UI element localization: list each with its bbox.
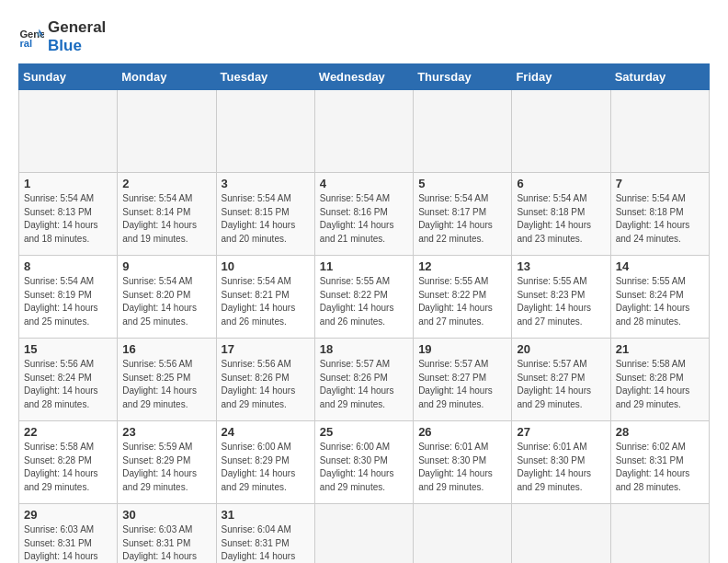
daylight-label: Daylight: 14 hours and 27 minutes.: [418, 303, 493, 327]
daylight-label: Daylight: 14 hours and 25 minutes.: [122, 303, 197, 327]
calendar-cell: [610, 504, 709, 563]
calendar-cell: 5 Sunrise: 5:54 AM Sunset: 8:17 PM Dayli…: [414, 173, 512, 256]
calendar-cell: [314, 504, 413, 563]
day-number: 2: [122, 177, 210, 190]
calendar-cell: 6 Sunrise: 5:54 AM Sunset: 8:18 PM Dayli…: [512, 173, 610, 256]
calendar-cell: 7 Sunrise: 5:54 AM Sunset: 8:18 PM Dayli…: [610, 173, 709, 256]
daylight-label: Daylight: 14 hours and 29 minutes.: [517, 468, 591, 492]
calendar-cell: 30 Sunrise: 6:03 AM Sunset: 8:31 PM Dayl…: [118, 504, 216, 563]
calendar-cell: 29 Sunrise: 6:03 AM Sunset: 8:31 PM Dayl…: [19, 504, 118, 563]
day-info: Sunrise: 5:56 AM Sunset: 8:25 PM Dayligh…: [122, 358, 210, 411]
sunset-label: Sunset: 8:28 PM: [24, 455, 92, 465]
daylight-label: Daylight: 14 hours and 26 minutes.: [222, 303, 296, 327]
sunrise-label: Sunrise: 5:55 AM: [320, 276, 390, 286]
logo-line1: General: [48, 18, 106, 37]
calendar-week-4: 22 Sunrise: 5:58 AM Sunset: 8:28 PM Dayl…: [19, 421, 710, 504]
sunrise-label: Sunrise: 6:00 AM: [222, 442, 291, 452]
day-number: 12: [418, 259, 506, 273]
calendar-cell: 1 Sunrise: 5:54 AM Sunset: 8:13 PM Dayli…: [19, 173, 118, 256]
day-info: Sunrise: 5:54 AM Sunset: 8:18 PM Dayligh…: [616, 192, 704, 246]
daylight-label: Daylight: 14 hours and 27 minutes.: [222, 551, 296, 563]
day-number: 9: [122, 259, 210, 273]
sunset-label: Sunset: 8:20 PM: [122, 290, 190, 300]
sunset-label: Sunset: 8:31 PM: [122, 538, 190, 548]
calendar-cell: [610, 90, 709, 173]
day-number: 28: [616, 425, 704, 439]
calendar-week-2: 8 Sunrise: 5:54 AM Sunset: 8:19 PM Dayli…: [19, 256, 710, 339]
day-info: Sunrise: 6:03 AM Sunset: 8:31 PM Dayligh…: [122, 523, 210, 563]
calendar-week-1: 1 Sunrise: 5:54 AM Sunset: 8:13 PM Dayli…: [19, 173, 710, 256]
sunrise-label: Sunrise: 6:03 AM: [24, 524, 94, 534]
day-number: 20: [517, 342, 605, 356]
day-info: Sunrise: 6:01 AM Sunset: 8:30 PM Dayligh…: [418, 441, 506, 494]
header-friday: Friday: [512, 64, 610, 90]
day-number: 31: [222, 508, 310, 522]
calendar-cell: [414, 504, 512, 563]
day-number: 27: [517, 425, 605, 439]
sunset-label: Sunset: 8:14 PM: [122, 207, 190, 217]
sunrise-label: Sunrise: 5:56 AM: [122, 359, 192, 369]
day-info: Sunrise: 5:56 AM Sunset: 8:26 PM Dayligh…: [222, 358, 310, 411]
day-info: Sunrise: 6:03 AM Sunset: 8:31 PM Dayligh…: [24, 523, 112, 563]
calendar-cell: [19, 90, 118, 173]
calendar-week-0: [19, 90, 710, 173]
day-number: 22: [24, 425, 112, 439]
sunrise-label: Sunrise: 5:56 AM: [24, 359, 94, 369]
sunset-label: Sunset: 8:31 PM: [24, 538, 92, 548]
day-number: 16: [122, 342, 210, 356]
day-info: Sunrise: 5:54 AM Sunset: 8:17 PM Dayligh…: [418, 192, 506, 246]
daylight-label: Daylight: 14 hours and 18 minutes.: [24, 220, 98, 244]
svg-text:ral: ral: [19, 38, 32, 49]
sunset-label: Sunset: 8:15 PM: [222, 207, 290, 217]
daylight-label: Daylight: 14 hours and 27 minutes.: [122, 551, 197, 563]
sunset-label: Sunset: 8:18 PM: [517, 207, 585, 217]
daylight-label: Daylight: 14 hours and 21 minutes.: [320, 220, 394, 244]
day-info: Sunrise: 5:57 AM Sunset: 8:27 PM Dayligh…: [418, 358, 506, 411]
daylight-label: Daylight: 14 hours and 29 minutes.: [122, 385, 197, 409]
daylight-label: Daylight: 14 hours and 28 minutes.: [24, 385, 98, 409]
sunrise-label: Sunrise: 5:56 AM: [222, 359, 291, 369]
day-info: Sunrise: 5:54 AM Sunset: 8:21 PM Dayligh…: [222, 275, 310, 328]
sunset-label: Sunset: 8:24 PM: [616, 290, 684, 300]
sunset-label: Sunset: 8:16 PM: [320, 207, 388, 217]
day-number: 25: [320, 425, 408, 439]
day-number: 24: [222, 425, 310, 439]
logo-icon: Gene ral: [18, 24, 44, 50]
sunset-label: Sunset: 8:13 PM: [24, 207, 92, 217]
calendar-week-5: 29 Sunrise: 6:03 AM Sunset: 8:31 PM Dayl…: [19, 504, 710, 563]
sunset-label: Sunset: 8:28 PM: [616, 373, 684, 383]
day-number: 6: [517, 177, 605, 190]
sunset-label: Sunset: 8:26 PM: [320, 373, 388, 383]
day-info: Sunrise: 6:04 AM Sunset: 8:31 PM Dayligh…: [222, 523, 310, 563]
daylight-label: Daylight: 14 hours and 20 minutes.: [222, 220, 296, 244]
sunrise-label: Sunrise: 5:54 AM: [320, 193, 390, 203]
day-info: Sunrise: 5:58 AM Sunset: 8:28 PM Dayligh…: [24, 441, 112, 494]
sunset-label: Sunset: 8:18 PM: [616, 207, 684, 217]
sunrise-label: Sunrise: 6:00 AM: [320, 442, 390, 452]
sunrise-label: Sunrise: 6:04 AM: [222, 524, 291, 534]
day-info: Sunrise: 5:54 AM Sunset: 8:15 PM Dayligh…: [222, 192, 310, 246]
sunrise-label: Sunrise: 5:58 AM: [616, 359, 686, 369]
sunrise-label: Sunrise: 5:54 AM: [418, 193, 488, 203]
daylight-label: Daylight: 14 hours and 29 minutes.: [222, 468, 296, 492]
calendar-cell: [512, 90, 610, 173]
sunrise-label: Sunrise: 5:54 AM: [24, 193, 94, 203]
daylight-label: Daylight: 14 hours and 29 minutes.: [616, 385, 690, 409]
sunrise-label: Sunrise: 5:59 AM: [122, 442, 192, 452]
calendar-cell: 22 Sunrise: 5:58 AM Sunset: 8:28 PM Dayl…: [19, 421, 118, 504]
daylight-label: Daylight: 14 hours and 28 minutes.: [24, 551, 98, 563]
sunrise-label: Sunrise: 5:55 AM: [418, 276, 488, 286]
page-header: Gene ral General Blue: [18, 18, 710, 54]
sunrise-label: Sunrise: 5:54 AM: [616, 193, 686, 203]
calendar-cell: 9 Sunrise: 5:54 AM Sunset: 8:20 PM Dayli…: [118, 256, 216, 339]
calendar-cell: 17 Sunrise: 5:56 AM Sunset: 8:26 PM Dayl…: [216, 339, 314, 421]
sunset-label: Sunset: 8:24 PM: [24, 373, 92, 383]
sunset-label: Sunset: 8:26 PM: [222, 373, 290, 383]
daylight-label: Daylight: 14 hours and 29 minutes.: [517, 385, 591, 409]
calendar-week-3: 15 Sunrise: 5:56 AM Sunset: 8:24 PM Dayl…: [19, 339, 710, 421]
day-number: 10: [222, 259, 310, 273]
header-monday: Monday: [118, 64, 216, 90]
daylight-label: Daylight: 14 hours and 26 minutes.: [320, 303, 394, 327]
sunrise-label: Sunrise: 5:58 AM: [24, 442, 94, 452]
day-info: Sunrise: 5:54 AM Sunset: 8:14 PM Dayligh…: [122, 192, 210, 246]
